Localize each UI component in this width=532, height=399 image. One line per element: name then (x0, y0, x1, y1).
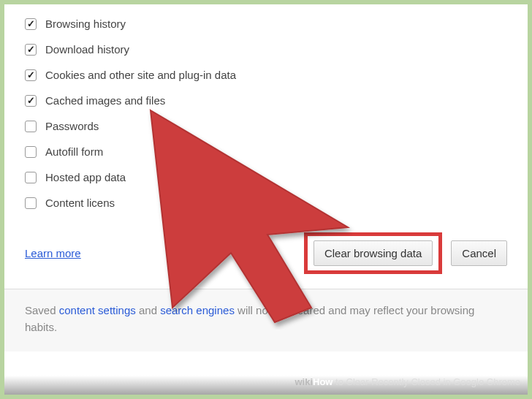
clear-browsing-dialog: Browsing history Download history Cookie… (4, 4, 528, 289)
caption-brand: wiki (294, 376, 313, 387)
option-label: Passwords (45, 120, 99, 132)
checkbox-cookies[interactable] (25, 69, 37, 81)
caption-brand-how: How (313, 376, 332, 387)
footer-text-pre: Saved (25, 304, 59, 316)
cancel-button[interactable]: Cancel (451, 240, 507, 266)
option-label: Autofill form (45, 145, 103, 158)
checkbox-cached-images[interactable] (25, 95, 37, 107)
clear-browsing-data-button[interactable]: Clear browsing data (314, 240, 433, 266)
option-content-licenses[interactable]: Content licens (25, 197, 507, 209)
search-engines-link[interactable]: search engines (160, 304, 235, 316)
option-hosted-app[interactable]: Hosted app data (25, 171, 507, 183)
checkbox-hosted-app[interactable] (25, 172, 37, 183)
option-browsing-history[interactable]: Browsing history (25, 18, 507, 30)
footer-text-mid: and (136, 304, 160, 316)
highlight-box: Clear browsing data (304, 232, 442, 274)
option-autofill[interactable]: Autofill form (25, 145, 507, 158)
option-cookies[interactable]: Cookies and other site and plug-in data (25, 69, 507, 81)
option-cached-images[interactable]: Cached images and files (25, 94, 507, 107)
checkbox-passwords[interactable] (25, 121, 37, 132)
option-download-history[interactable]: Download history (25, 43, 507, 56)
checkbox-browsing-history[interactable] (25, 18, 37, 30)
caption: wikiHow to Clear Recently Closed in Goog… (4, 373, 528, 390)
caption-title: to Clear Recently Closed in Google Chrom… (332, 376, 520, 387)
option-label: Download history (45, 43, 129, 56)
footer-note: Saved content settings and search engine… (4, 289, 528, 352)
option-label: Browsing history (45, 18, 126, 30)
tutorial-frame: Browsing history Download history Cookie… (0, 0, 532, 399)
option-passwords[interactable]: Passwords (25, 120, 507, 132)
checkbox-content-licenses[interactable] (25, 197, 37, 209)
option-label: Cookies and other site and plug-in data (45, 69, 236, 81)
checkbox-autofill[interactable] (25, 146, 37, 158)
checkbox-download-history[interactable] (25, 44, 37, 56)
content-settings-link[interactable]: content settings (59, 304, 136, 316)
option-label: Cached images and files (45, 94, 165, 107)
action-row: Learn more Clear browsing data Cancel (25, 232, 507, 289)
option-label: Hosted app data (45, 171, 126, 183)
learn-more-link[interactable]: Learn more (25, 247, 81, 259)
option-label: Content licens (45, 197, 115, 209)
